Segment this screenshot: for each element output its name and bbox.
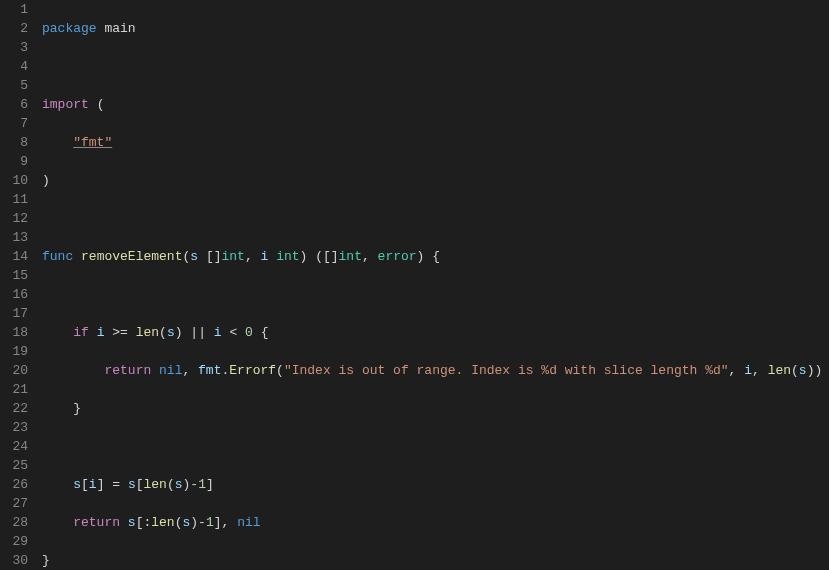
const-nil: nil [159,363,182,378]
line-number: 11 [0,190,28,209]
code-line: if i >= len(s) || i < 0 { [42,323,829,342]
line-number: 9 [0,152,28,171]
type-int: int [222,249,245,264]
code-editor[interactable]: package main import ( "fmt" ) func remov… [38,0,829,570]
code-line [42,57,829,76]
keyword-return: return [104,363,151,378]
line-number: 4 [0,57,28,76]
line-number: 21 [0,380,28,399]
param-s: s [190,249,198,264]
keyword-import: import [42,97,89,112]
code-line [42,285,829,304]
code-line: s[i] = s[len(s)-1] [42,475,829,494]
line-number: 8 [0,133,28,152]
line-number: 24 [0,437,28,456]
code-line: package main [42,19,829,38]
line-number: 19 [0,342,28,361]
code-line: "fmt" [42,133,829,152]
line-number: 27 [0,494,28,513]
code-line: ) [42,171,829,190]
code-line: } [42,399,829,418]
func-Errorf: Errorf [229,363,276,378]
keyword-if: if [73,325,89,340]
code-line: } [42,551,829,570]
line-number: 10 [0,171,28,190]
line-number: 30 [0,551,28,570]
line-number: 15 [0,266,28,285]
line-number-gutter: 1234567891011121314151617181920212223242… [0,0,38,570]
func-len: len [136,325,159,340]
line-number: 12 [0,209,28,228]
line-number: 25 [0,456,28,475]
line-number: 17 [0,304,28,323]
code-line: import ( [42,95,829,114]
line-number: 26 [0,475,28,494]
type-error: error [378,249,417,264]
import-fmt: "fmt" [73,135,112,150]
code-line: func removeElement(s []int, i int) ([]in… [42,247,829,266]
line-number: 1 [0,0,28,19]
line-number: 6 [0,95,28,114]
line-number: 2 [0,19,28,38]
paren-open: ( [97,97,105,112]
keyword-func: func [42,249,73,264]
line-number: 23 [0,418,28,437]
line-number: 16 [0,285,28,304]
line-number: 28 [0,513,28,532]
pkg-fmt: fmt [198,363,221,378]
package-name: main [104,21,135,36]
keyword-package: package [42,21,97,36]
code-line [42,437,829,456]
type-int: int [276,249,299,264]
line-number: 5 [0,76,28,95]
line-number: 13 [0,228,28,247]
param-i: i [261,249,269,264]
code-line: return nil, fmt.Errorf("Index is out of … [42,361,829,380]
line-number: 7 [0,114,28,133]
paren-close: ) [42,173,50,188]
line-number: 3 [0,38,28,57]
error-message-string: "Index is out of range. Index is %d with… [284,363,729,378]
code-line [42,209,829,228]
func-removeElement: removeElement [81,249,182,264]
line-number: 20 [0,361,28,380]
line-number: 22 [0,399,28,418]
line-number: 29 [0,532,28,551]
type-int: int [339,249,362,264]
line-number: 18 [0,323,28,342]
code-line: return s[:len(s)-1], nil [42,513,829,532]
line-number: 14 [0,247,28,266]
